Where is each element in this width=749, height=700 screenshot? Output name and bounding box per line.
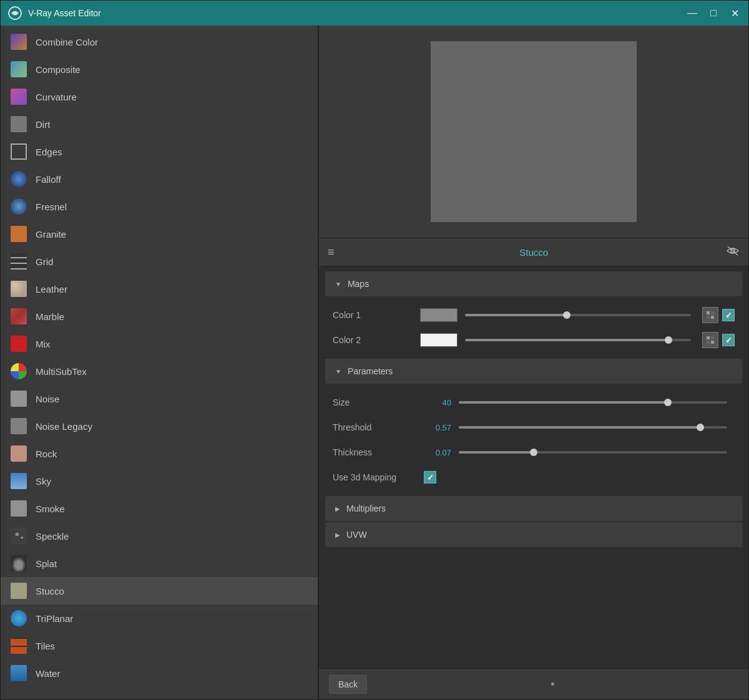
edges-icon (11, 143, 27, 160)
grid-icon (11, 253, 27, 270)
list-item-label-combine-color: Combine Color (36, 37, 98, 47)
list-item-composite[interactable]: Composite (1, 56, 318, 83)
color1-checkbox[interactable]: ✓ (722, 309, 735, 321)
close-button[interactable]: ✕ (728, 7, 741, 19)
list-item-mix[interactable]: Mix (1, 330, 318, 357)
thickness-slider[interactable] (459, 451, 727, 454)
main-content: Combine ColorCompositeCurvatureDirtEdges… (1, 26, 748, 699)
svg-rect-10 (711, 341, 714, 344)
svg-rect-3 (707, 311, 710, 314)
use3d-label: Use 3d Mapping (333, 472, 420, 482)
water-icon (11, 665, 27, 681)
list-item-combine-color[interactable]: Combine Color (1, 28, 318, 56)
params-title: Parameters (348, 366, 393, 376)
color2-swatch[interactable] (420, 333, 458, 347)
list-item-label-leather: Leather (36, 284, 67, 294)
list-item-grid[interactable]: Grid (1, 248, 318, 275)
thickness-value[interactable]: 0.07 (420, 448, 451, 457)
list-item-marble[interactable]: Marble (1, 303, 318, 330)
size-value[interactable]: 40 (420, 398, 451, 407)
color2-checkbox[interactable]: ✓ (722, 334, 735, 346)
preview-area (319, 26, 748, 238)
list-item-edges[interactable]: Edges (1, 138, 318, 165)
maps-content: Color 1 ✓ (319, 298, 748, 357)
svg-rect-7 (707, 336, 710, 339)
maps-title: Maps (348, 279, 369, 289)
list-item-stucco[interactable]: Stucco (1, 577, 318, 605)
list-item-noise-legacy[interactable]: Noise Legacy (1, 412, 318, 440)
back-button[interactable]: Back (329, 675, 367, 694)
list-item-triplanar[interactable]: TriPlanar (1, 605, 318, 632)
panel-header: ≡ Stucco (319, 238, 748, 266)
threshold-value[interactable]: 0.57 (420, 423, 451, 432)
color1-swatch[interactable] (420, 308, 458, 322)
size-label: Size (333, 397, 420, 407)
footer: Back • (319, 668, 748, 699)
color2-slider[interactable] (465, 339, 691, 341)
list-item-speckle[interactable]: Speckle (1, 522, 318, 550)
uvw-title: UVW (346, 530, 367, 540)
granite-icon (11, 226, 27, 242)
threshold-slider[interactable] (459, 426, 727, 429)
minimize-button[interactable]: — (686, 7, 698, 19)
window-controls: — □ ✕ (686, 7, 741, 19)
color2-texture-btn[interactable] (702, 332, 718, 348)
list-item-label-noise: Noise (36, 394, 59, 404)
list-item-label-rock: Rock (36, 449, 57, 459)
list-item-water[interactable]: Water (1, 659, 318, 687)
preview-box (431, 41, 637, 222)
color2-row: Color 2 ✓ (329, 328, 738, 352)
section-header-maps[interactable]: ▼ Maps (325, 271, 742, 296)
threshold-row: Threshold 0.57 (329, 415, 738, 440)
list-item-falloff[interactable]: Falloff (1, 165, 318, 193)
section-header-uvw[interactable]: ▶ UVW (325, 522, 742, 547)
list-item-multisubtex[interactable]: MultiSubTex (1, 357, 318, 385)
list-item-label-curvature: Curvature (36, 92, 77, 102)
list-item-curvature[interactable]: Curvature (1, 83, 318, 110)
params-arrow: ▼ (335, 368, 341, 375)
left-panel: Combine ColorCompositeCurvatureDirtEdges… (1, 26, 319, 699)
list-item-label-marble: Marble (36, 311, 64, 322)
color2-check-mark: ✓ (725, 336, 732, 345)
maximize-button[interactable]: □ (707, 7, 720, 19)
speckle-icon (11, 528, 27, 544)
list-item-smoke[interactable]: Smoke (1, 495, 318, 522)
svg-rect-6 (711, 316, 714, 319)
visibility-icon[interactable] (726, 245, 740, 260)
list-item-fresnel[interactable]: Fresnel (1, 193, 318, 220)
sky-icon (11, 473, 27, 489)
noise-icon (11, 391, 27, 407)
list-item-rock[interactable]: Rock (1, 440, 318, 467)
rock-icon (11, 445, 27, 462)
color1-slider[interactable] (465, 314, 691, 316)
list-item-sky[interactable]: Sky (1, 467, 318, 495)
menu-icon[interactable]: ≡ (328, 246, 335, 259)
list-item-label-granite: Granite (36, 229, 66, 240)
color2-label: Color 2 (333, 335, 420, 345)
size-slider[interactable] (459, 401, 727, 404)
footer-dot: • (367, 677, 738, 691)
use3d-checkbox[interactable]: ✓ (424, 471, 436, 484)
smoke-icon (11, 500, 27, 517)
section-header-multipliers[interactable]: ▶ Multipliers (325, 496, 742, 521)
list-item-granite[interactable]: Granite (1, 220, 318, 248)
list-item-dirt[interactable]: Dirt (1, 110, 318, 138)
noiselegacy-icon (11, 418, 27, 434)
combine-icon (11, 34, 27, 50)
size-row: Size 40 (329, 390, 738, 415)
svg-line-2 (728, 246, 738, 255)
list-item-splat[interactable]: Splat (1, 550, 318, 577)
color1-texture-btn[interactable] (702, 307, 718, 323)
svg-rect-9 (707, 341, 710, 344)
list-item-label-fresnel: Fresnel (36, 202, 67, 212)
asset-list[interactable]: Combine ColorCompositeCurvatureDirtEdges… (1, 26, 318, 699)
section-header-parameters[interactable]: ▼ Parameters (325, 359, 742, 384)
uvw-arrow: ▶ (335, 532, 340, 538)
right-panel: ≡ Stucco ▼ Maps (319, 26, 748, 699)
parameters-content: Size 40 Threshold 0.57 (319, 385, 748, 495)
list-item-leather[interactable]: Leather (1, 275, 318, 303)
list-item-noise[interactable]: Noise (1, 385, 318, 412)
list-item-tiles[interactable]: Tiles (1, 632, 318, 659)
list-item-label-edges: Edges (36, 147, 62, 157)
use3d-row: Use 3d Mapping ✓ (329, 465, 738, 490)
